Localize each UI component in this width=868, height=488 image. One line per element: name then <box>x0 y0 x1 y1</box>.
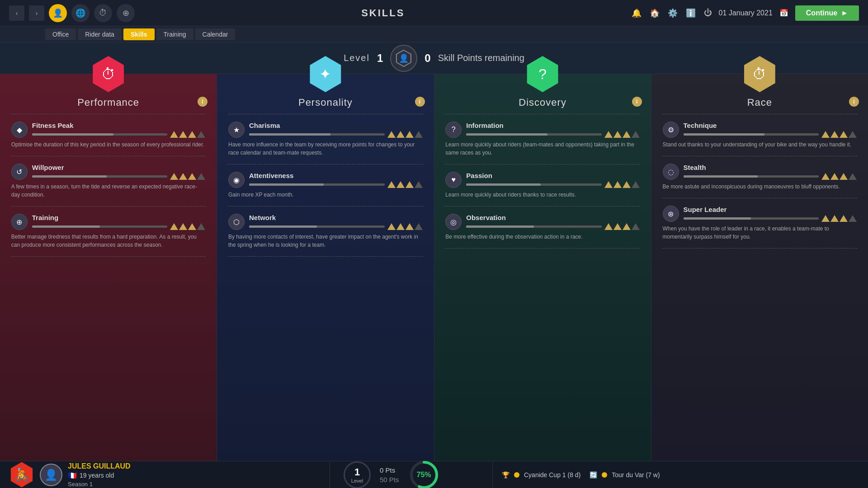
observation-name: Observation <box>466 214 640 221</box>
pts-total: 50 Pts <box>380 476 399 483</box>
continue-button[interactable]: Continue ► <box>795 5 859 21</box>
subnav-calendar[interactable]: Calendar <box>195 28 236 40</box>
passion-icon: ♥ <box>445 172 462 188</box>
skill-willpower: ↺ Willpower A few times in a season, tur… <box>8 159 209 203</box>
calendar-icon[interactable]: 📅 <box>779 9 788 17</box>
performance-info-badge[interactable]: i <box>198 97 208 107</box>
progress-text: 75% <box>417 471 431 479</box>
skill-observation: ◎ Observation Be more effective during t… <box>442 209 643 245</box>
level-circle: 1 Level <box>344 461 371 488</box>
level-panel: 1 Level 0 Pts 50 Pts 75% <box>330 461 493 488</box>
skill-stealth: ◌ Stealth Be more astute and inconspicuo… <box>659 159 861 195</box>
stealth-desc: Be more astute and inconspicuous during … <box>663 183 857 191</box>
information-name: Information <box>466 122 640 129</box>
subnav-skills[interactable]: Skills <box>123 28 155 40</box>
rider-team-hex: 🚴 <box>9 462 34 488</box>
race-title: Race <box>747 97 772 108</box>
super-leader-icon: ⊛ <box>663 206 679 222</box>
sub-nav: Office Rider data Skills Training Calend… <box>0 26 868 42</box>
skill-network: ⬡ Network By having more contacts of int… <box>225 209 426 253</box>
stealth-icon: ◌ <box>663 164 679 180</box>
performance-title: Performance <box>77 97 139 108</box>
training-desc: Better manage tiredness that results fro… <box>11 233 206 249</box>
rider-flag: 🇫🇷 <box>68 471 77 480</box>
rider-avatar: 👤 <box>40 464 62 486</box>
top-bar-right: 🔔 🏠 ⚙️ ℹ️ ⏻ 01 January 2021 📅 Continue ► <box>632 5 859 21</box>
gear-icon[interactable]: ⚙️ <box>668 8 678 18</box>
pts-current: 0 Pts <box>380 466 399 474</box>
skill-points-value: 0 <box>425 52 430 65</box>
main-content: ⏱ i Performance ◆ Fitness Peak Optimise … <box>0 74 868 461</box>
willpower-desc: A few times in a season, turn the tide a… <box>11 183 206 199</box>
training-icon: ⊕ <box>11 214 28 230</box>
level-bar: Level 1 👤 0 Skill Points remaining <box>0 42 868 74</box>
date-display: 01 January 2021 <box>719 9 773 17</box>
attentiveness-icon: ◉ <box>228 172 245 188</box>
fitness-peak-name: Fitness Peak <box>32 122 206 129</box>
fitness-peak-desc: Optimise the duration of this key period… <box>11 141 206 149</box>
svg-text:👤: 👤 <box>399 53 409 63</box>
observation-icon: ◎ <box>445 214 462 230</box>
rider-name: JULES GUILLAUD <box>68 462 131 470</box>
skill-fitness-peak: ◆ Fitness Peak Optimise the duration of … <box>8 117 209 153</box>
personality-title: Personality <box>298 97 353 108</box>
rider-season: Season 1 <box>68 481 131 488</box>
super-leader-desc: When you have the role of leader in a ra… <box>663 225 857 241</box>
rider-icon-button[interactable]: 👤 <box>49 4 67 22</box>
nav-back-button[interactable]: ‹ <box>9 5 24 21</box>
super-leader-name: Super Leader <box>684 206 857 213</box>
chevron-right-icon: ► <box>841 9 848 17</box>
information-icon: ? <box>445 122 462 138</box>
top-bar-left: ‹ › 👤 🌐 ⏱ ⊕ <box>9 4 135 22</box>
race-label-1: Cyanide Cup 1 (8 d) <box>524 471 580 479</box>
charisma-name: Charisma <box>249 122 423 129</box>
skill-passion: ♥ Passion Learn more quickly about rider… <box>442 167 643 203</box>
personality-info-badge[interactable]: i <box>415 97 425 107</box>
card-race: ⏱ i Race ⚙ Technique Stand out thanks to… <box>651 74 868 461</box>
card-discovery: ? i Discovery ? Information Learn more q… <box>434 74 651 461</box>
race-dot-1 <box>514 472 519 478</box>
skill-technique: ⚙ Technique Stand out thanks to your und… <box>659 117 861 153</box>
attentiveness-desc: Gain more XP each month. <box>228 191 423 199</box>
top-icons: 🔔 🏠 ⚙️ ℹ️ ⏻ <box>632 8 712 18</box>
globe-icon-button[interactable]: 🌐 <box>71 4 90 22</box>
level-value: 1 <box>377 52 383 65</box>
cycle-icon: 🔄 <box>590 471 597 479</box>
network-desc: By having more contacts of interest, hav… <box>228 233 423 249</box>
home-icon[interactable]: 🏠 <box>650 8 660 18</box>
stealth-name: Stealth <box>684 164 857 171</box>
trophy-icon: 🏆 <box>502 471 509 479</box>
skill-points-label: Skill Points remaining <box>438 53 524 63</box>
level-avatar: 👤 <box>390 45 417 72</box>
charisma-desc: Have more influence in the team by recei… <box>228 141 423 157</box>
technique-icon: ⚙ <box>663 122 679 138</box>
observation-desc: Be more effective during the observation… <box>445 233 640 241</box>
technique-desc: Stand out thanks to your understanding o… <box>663 141 857 149</box>
rider-age: 🇫🇷 19 years old <box>68 471 131 480</box>
skill-training: ⊕ Training Better manage tiredness that … <box>8 209 209 253</box>
race-item-1: 🏆 Cyanide Cup 1 (8 d) <box>502 471 580 479</box>
races-panel: 🏆 Cyanide Cup 1 (8 d) 🔄 Tour du Var (7 w… <box>493 461 868 488</box>
race-info-badge[interactable]: i <box>849 97 859 107</box>
discovery-title: Discovery <box>519 97 566 108</box>
subnav-rider-data[interactable]: Rider data <box>78 28 122 40</box>
page-title: SKILLS <box>361 7 405 19</box>
subnav-office[interactable]: Office <box>45 28 76 40</box>
willpower-name: Willpower <box>32 164 206 171</box>
info-icon[interactable]: ℹ️ <box>686 8 696 18</box>
skill-attentiveness: ◉ Attentiveness Gain more XP each month. <box>225 167 426 203</box>
bell-icon[interactable]: 🔔 <box>632 8 642 18</box>
information-desc: Learn more quickly about riders (team-ma… <box>445 141 640 157</box>
power-icon[interactable]: ⏻ <box>704 8 712 18</box>
nav-forward-button[interactable]: › <box>29 5 44 21</box>
bottom-bar: 🚴 👤 JULES GUILLAUD 🇫🇷 19 years old Seaso… <box>0 461 868 488</box>
technique-name: Technique <box>684 122 857 129</box>
discovery-info-badge[interactable]: i <box>632 97 642 107</box>
rider-info: JULES GUILLAUD 🇫🇷 19 years old Season 1 <box>68 462 131 488</box>
clock-icon-button[interactable]: ⏱ <box>94 4 112 22</box>
willpower-icon: ↺ <box>11 164 28 180</box>
fitness-peak-icon: ◆ <box>11 122 28 138</box>
subnav-training[interactable]: Training <box>156 28 193 40</box>
team-icon-button[interactable]: ⊕ <box>117 4 135 22</box>
top-bar: ‹ › 👤 🌐 ⏱ ⊕ SKILLS 🔔 🏠 ⚙️ ℹ️ ⏻ 01 Januar… <box>0 0 868 26</box>
